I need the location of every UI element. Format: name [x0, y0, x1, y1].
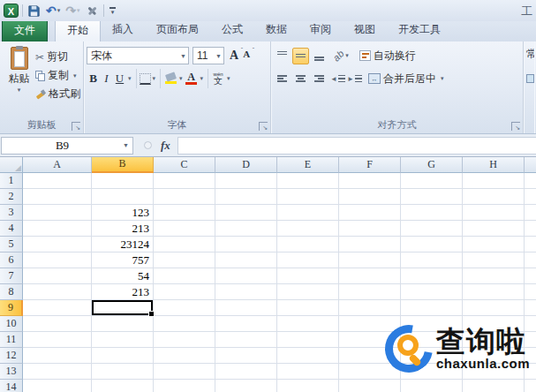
cell-B1[interactable]	[92, 173, 154, 189]
cell-H2[interactable]	[463, 189, 525, 205]
redo-button[interactable]: ↷ ▾	[64, 3, 80, 19]
cell-B9[interactable]	[92, 300, 154, 316]
row-header-6[interactable]: 6	[0, 253, 23, 268]
cell-H3[interactable]	[463, 205, 525, 221]
cell-H5[interactable]	[463, 237, 525, 253]
align-right-button[interactable]	[311, 71, 328, 87]
cell-B4[interactable]: 213	[92, 221, 154, 237]
column-header-E[interactable]: E	[277, 157, 339, 173]
alignment-dialog-launcher[interactable]: ↘	[511, 122, 520, 131]
column-header-B[interactable]: B	[92, 157, 154, 173]
cell-B13[interactable]	[92, 364, 154, 380]
italic-button[interactable]: I	[100, 72, 113, 86]
cell-B3[interactable]: 123	[92, 205, 154, 221]
column-header-F[interactable]: F	[339, 157, 401, 173]
align-middle-button[interactable]	[292, 48, 309, 64]
fx-button[interactable]: fx	[161, 139, 170, 153]
cell-C14[interactable]	[154, 380, 215, 392]
align-left-button[interactable]	[274, 71, 291, 87]
row-header-11[interactable]: 11	[0, 332, 23, 348]
cell-A3[interactable]	[23, 205, 92, 221]
cell-A14[interactable]	[23, 380, 92, 392]
row-header-2[interactable]: 2	[0, 189, 23, 205]
align-center-button[interactable]	[292, 71, 309, 87]
undo-button[interactable]: ↶ ▾	[45, 3, 61, 19]
decrease-indent-button[interactable]: ◄	[329, 71, 346, 87]
cell-E9[interactable]	[277, 300, 339, 316]
row-header-3[interactable]: 3	[0, 205, 23, 221]
tools-button[interactable]	[85, 3, 100, 19]
chevron-down-icon[interactable]: ▾	[18, 87, 21, 94]
tab-页面布局[interactable]: 页面布局	[145, 19, 210, 41]
cell-B10[interactable]	[92, 316, 154, 332]
cell-C9[interactable]	[154, 300, 215, 316]
cell-A11[interactable]	[23, 332, 92, 348]
cell-A2[interactable]	[23, 189, 92, 205]
cell-B11[interactable]	[92, 332, 154, 348]
cell-C12[interactable]	[154, 348, 215, 364]
cell-F4[interactable]	[339, 221, 401, 237]
orientation-button[interactable]: ab ▾	[333, 50, 351, 61]
cell-G5[interactable]	[401, 237, 463, 253]
cell-C5[interactable]	[154, 237, 215, 253]
cell-D4[interactable]	[215, 221, 277, 237]
formula-input[interactable]	[177, 137, 536, 155]
cell-C4[interactable]	[154, 221, 215, 237]
cell-C8[interactable]	[154, 284, 215, 300]
cell-E12[interactable]	[277, 348, 339, 364]
cell-C13[interactable]	[154, 364, 215, 380]
cell-E1[interactable]	[277, 173, 339, 189]
paste-button[interactable]: 粘贴 ▾	[3, 44, 35, 119]
chevron-down-icon[interactable]: ▼	[180, 53, 186, 59]
cell-A8[interactable]	[23, 284, 92, 300]
cell-F2[interactable]	[339, 189, 401, 205]
cell-G6[interactable]	[401, 253, 463, 268]
cell-F9[interactable]	[339, 300, 401, 316]
cell-C7[interactable]	[154, 268, 215, 284]
borders-button[interactable]	[140, 73, 151, 85]
row-header-5[interactable]: 5	[0, 237, 23, 253]
excel-app-icon[interactable]: X	[4, 4, 19, 18]
cell-F8[interactable]	[339, 284, 401, 300]
fill-color-dropdown-icon[interactable]: ▾	[179, 75, 183, 82]
cell-B2[interactable]	[92, 189, 154, 205]
borders-dropdown-icon[interactable]: ▾	[153, 75, 156, 82]
tab-开始[interactable]: 开始	[55, 19, 101, 41]
wrap-text-button[interactable]: 自动换行	[359, 49, 416, 64]
chevron-down-icon[interactable]: ▼	[123, 142, 132, 148]
cell-B12[interactable]	[92, 348, 154, 364]
cell-B7[interactable]: 54	[92, 268, 154, 284]
chevron-down-icon[interactable]: ▾	[441, 75, 444, 82]
cell-H6[interactable]	[463, 253, 525, 268]
cell-E14[interactable]	[277, 380, 339, 392]
cell-A9[interactable]	[23, 300, 92, 316]
cell-B14[interactable]	[92, 380, 154, 392]
cell-A10[interactable]	[23, 316, 92, 332]
cell-E11[interactable]	[277, 332, 339, 348]
cell-D7[interactable]	[215, 268, 277, 284]
cell-D12[interactable]	[215, 348, 277, 364]
cell-E5[interactable]	[277, 237, 339, 253]
phonetic-guide-button[interactable]: wén 文	[211, 72, 225, 86]
cell-D3[interactable]	[215, 205, 277, 221]
cell-A13[interactable]	[23, 364, 92, 380]
font-color-button[interactable]: A	[185, 72, 199, 85]
cell-G9[interactable]	[401, 300, 463, 316]
font-size-select[interactable]: 11 ▼	[193, 47, 224, 64]
cell-F6[interactable]	[339, 253, 401, 268]
cell-H14[interactable]	[463, 380, 525, 392]
tab-视图[interactable]: 视图	[343, 19, 387, 41]
cell-C2[interactable]	[154, 189, 215, 205]
cell-G7[interactable]	[401, 268, 463, 284]
row-header-12[interactable]: 12	[0, 348, 23, 364]
cell-D10[interactable]	[215, 316, 277, 332]
cell-G2[interactable]	[401, 189, 463, 205]
cell-F3[interactable]	[339, 205, 401, 221]
tab-插入[interactable]: 插入	[101, 19, 145, 41]
cell-A5[interactable]	[23, 237, 92, 253]
cell-H7[interactable]	[463, 268, 525, 284]
bold-button[interactable]: B	[87, 72, 100, 86]
font-name-select[interactable]: 宋体 ▼	[87, 47, 189, 64]
cell-A6[interactable]	[23, 253, 92, 268]
cell-E8[interactable]	[277, 284, 339, 300]
